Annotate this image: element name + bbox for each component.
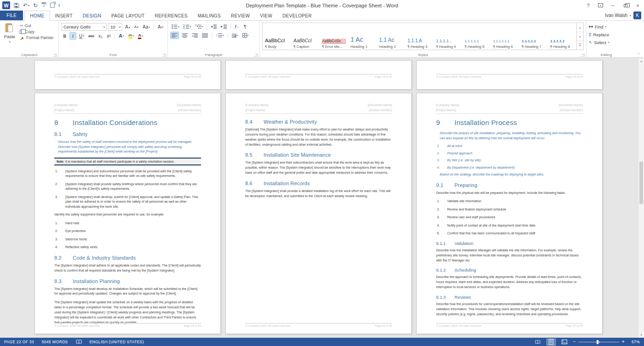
zoom-in-button[interactable]: + <box>622 340 625 344</box>
tab-file[interactable]: FILE <box>0 11 23 20</box>
style-error[interactable]: AaBbCcDc¶ Error Me... <box>320 23 348 50</box>
numbering-button[interactable]: ▾ <box>182 23 193 30</box>
justify-button[interactable] <box>201 32 209 39</box>
shrink-font-button[interactable]: A▾ <box>133 23 140 31</box>
align-right-button[interactable] <box>190 32 199 39</box>
show-paragraph-marks-button[interactable]: ¶ <box>242 23 248 30</box>
page-partial[interactable]: © Company 2015. All rights reserved.Page… <box>34 60 221 90</box>
page-partial[interactable]: © Company 2015. All rights reserved.Page… <box>225 60 412 90</box>
minimize-button[interactable]: ─ <box>607 0 619 11</box>
styles-scroll-down-button[interactable]: ▾ <box>577 32 583 41</box>
subscript-button[interactable]: x₂ <box>97 32 104 40</box>
style-h7[interactable]: 1.1.1.1.1¶ Heading 7 <box>519 23 548 50</box>
tab-mailings[interactable]: MAILINGS <box>193 11 226 20</box>
spelling-grammar-button[interactable]: ABC ✓ <box>41 3 46 7</box>
document-page[interactable]: [Company Name][Project Name][Document Na… <box>34 93 221 334</box>
zoom-slider[interactable] <box>579 342 619 342</box>
read-mode-button[interactable] <box>533 339 542 346</box>
styles-more-button[interactable]: ▾ <box>577 41 583 50</box>
text-highlight-button[interactable]: ab▾ <box>127 32 136 40</box>
help-button[interactable]: ? <box>582 0 594 11</box>
grow-font-button[interactable]: A▴ <box>124 23 132 31</box>
shading-button[interactable]: ▾ <box>230 32 240 39</box>
styles-dialog-launcher[interactable]: ↘ <box>581 53 585 57</box>
page-partial[interactable]: © Company 2015. All rights reserved.Page… <box>416 60 603 90</box>
redo-button[interactable]: ↻ <box>33 2 38 9</box>
style-h8[interactable]: 1.1.1.1.1¶ Heading 8 <box>548 23 576 50</box>
style-h4[interactable]: 1.1.1.1 ,¶ Heading 4 <box>434 23 462 50</box>
restore-button[interactable] <box>619 0 632 11</box>
borders-button[interactable]: ▾ <box>241 32 250 39</box>
print-layout-button[interactable] <box>546 339 556 346</box>
document-page[interactable]: [Company Name][Project Name][Document Na… <box>225 93 412 334</box>
style-h2[interactable]: 1.1 AcHeading 2 <box>377 23 405 50</box>
line-spacing-button[interactable]: ↕ ▾ <box>214 32 225 39</box>
document-page[interactable]: [Company Name][Project Name][Document Na… <box>416 93 603 334</box>
underline-button[interactable]: U▾ <box>78 32 86 40</box>
tab-review[interactable]: REVIEW <box>226 11 255 20</box>
vertical-scrollbar[interactable]: ▲ ▼ <box>638 58 644 338</box>
collapse-ribbon-button[interactable]: ^ <box>638 52 639 56</box>
clear-formatting-button[interactable]: A <box>156 23 165 31</box>
font-dialog-launcher[interactable]: ↘ <box>162 53 166 57</box>
ribbon-display-options-button[interactable]: ▴ <box>594 0 607 11</box>
style-h6[interactable]: 1.1.1.1.1.1¶ Heading 6 <box>491 23 519 50</box>
language-indicator[interactable]: ENGLISH (UNITED STATES) <box>90 340 144 344</box>
scroll-down-icon[interactable]: ▼ <box>638 332 644 338</box>
account-area[interactable]: Ivan Walsh ▾ K <box>605 11 644 20</box>
scrollbar-thumb[interactable] <box>639 162 643 204</box>
increase-indent-button[interactable] <box>219 23 228 30</box>
tab-view[interactable]: VIEW <box>255 11 277 20</box>
tab-developer[interactable]: DEVELOPER <box>277 11 317 20</box>
undo-button[interactable]: ↶▾ <box>23 2 29 9</box>
save-button[interactable] <box>14 3 19 8</box>
font-color-button[interactable]: A▾ <box>137 32 144 40</box>
avatar[interactable]: K <box>633 11 641 19</box>
style-h3[interactable]: 1.1.1 A¶ Heading 3 <box>405 23 434 50</box>
style-h1[interactable]: 1 AcHeading 1 <box>348 23 377 50</box>
font-size-select[interactable]: 10 ▾ <box>108 23 122 31</box>
change-case-button[interactable]: Aa▾ <box>141 23 151 31</box>
proofing-status[interactable] <box>76 340 82 344</box>
sort-button[interactable]: AZ ↓ <box>233 23 240 30</box>
text-effects-button[interactable]: A▾ <box>117 32 126 40</box>
style-h5[interactable]: 1.1.1.1.1¶ Heading 5 <box>462 23 491 50</box>
word-count[interactable]: 5045 WORDS <box>42 340 68 344</box>
multilevel-list-button[interactable]: ▾ <box>194 23 205 30</box>
format-painter-button[interactable]: Format Painter <box>20 35 54 40</box>
font-name-select[interactable]: Century Gothi ▾ <box>61 23 107 31</box>
tab-design[interactable]: DESIGN <box>78 11 106 20</box>
styles-scroll-up-button[interactable]: ▴ <box>577 23 583 32</box>
style-body[interactable]: AaBbCcI¶ Body <box>263 23 291 50</box>
select-button[interactable]: ↖ Select ▾ <box>589 39 624 45</box>
zoom-level[interactable]: 57% <box>629 340 640 344</box>
bold-button[interactable]: B <box>61 32 68 40</box>
style-caption[interactable]: AaBbCcI¶ Caption <box>291 23 320 50</box>
find-button[interactable]: Find ▾ <box>589 23 624 30</box>
replace-button[interactable]: abac Replace <box>589 31 624 38</box>
clipboard-dialog-launcher[interactable]: ↘ <box>53 53 57 57</box>
tab-home[interactable]: HOME <box>24 11 50 21</box>
italic-button[interactable]: I <box>69 32 76 40</box>
page-indicator[interactable]: PAGE 22 OF 33 <box>4 340 34 344</box>
tab-references[interactable]: REFERENCES <box>150 11 192 20</box>
decrease-indent-button[interactable] <box>209 23 218 30</box>
align-left-button[interactable] <box>170 32 179 39</box>
zoom-slider-thumb[interactable] <box>597 340 598 344</box>
customize-qat-button[interactable]: ▾ <box>58 4 60 7</box>
scroll-up-icon[interactable]: ▲ <box>638 58 644 64</box>
qat-custom-button[interactable] <box>50 3 55 8</box>
strikethrough-button[interactable]: abc <box>87 32 96 40</box>
paste-button[interactable]: Paste ▾ <box>1 22 18 51</box>
tab-page-layout[interactable]: PAGE LAYOUT <box>106 11 150 20</box>
web-layout-button[interactable] <box>560 339 569 346</box>
close-button[interactable]: × <box>632 0 644 11</box>
align-center-button[interactable] <box>180 32 189 39</box>
superscript-button[interactable]: x² <box>105 32 112 40</box>
zoom-out-button[interactable]: − <box>573 340 576 344</box>
bullets-button[interactable]: ▾ <box>170 23 181 30</box>
cut-button[interactable]: ✂Cut <box>20 23 54 28</box>
copy-button[interactable]: Copy <box>20 29 54 34</box>
tab-insert[interactable]: INSERT <box>50 11 78 20</box>
paragraph-dialog-launcher[interactable]: ↘ <box>254 53 258 57</box>
